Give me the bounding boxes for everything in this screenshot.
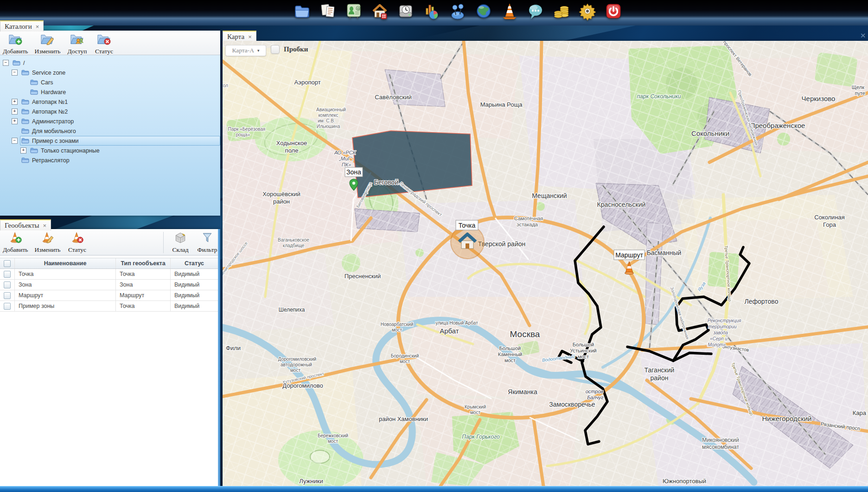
- globe-icon[interactable]: [474, 1, 493, 20]
- settings-gear-icon[interactable]: [578, 1, 597, 20]
- button-label: Фильтр: [197, 246, 217, 254]
- tab-map-label: Карта: [227, 33, 244, 41]
- address-book-icon[interactable]: @: [344, 1, 363, 20]
- tree-item[interactable]: +Автопарк №2: [0, 107, 220, 116]
- traffic-label: Пробки: [284, 45, 308, 53]
- tab-geoobjects[interactable]: Геообъекты ×: [0, 219, 51, 230]
- edit-catalog-button[interactable]: Изменить: [34, 32, 60, 55]
- documents-icon[interactable]: [318, 1, 337, 20]
- table-row[interactable]: ЗонаЗонаВидимый: [0, 280, 218, 290]
- expand-icon[interactable]: +: [12, 118, 18, 124]
- map-canvas[interactable]: АэропортСавёловскийМарьина Рощапарк Соко…: [223, 41, 868, 486]
- collapse-icon[interactable]: −: [12, 70, 18, 76]
- tab-map[interactable]: Карта ×: [223, 31, 256, 42]
- traffic-cone-icon[interactable]: [500, 1, 519, 20]
- tree-item[interactable]: Для мобильного: [0, 126, 220, 136]
- button-label: Изменить: [34, 246, 60, 254]
- edit-geoobject-button[interactable]: Изменить: [34, 231, 60, 254]
- map-label: Ходынское: [276, 140, 307, 147]
- cell-name: Маршрут: [15, 290, 116, 300]
- taskbar-icons: @: [292, 1, 623, 20]
- point-marker[interactable]: [451, 225, 484, 259]
- table-row[interactable]: Пример зоныТочкаВидимый: [0, 301, 218, 312]
- folder-icon: [21, 157, 29, 163]
- map-label: Черкизово: [802, 95, 836, 102]
- warehouse-button[interactable]: Склад: [170, 231, 191, 254]
- tree-item[interactable]: Cars: [0, 77, 220, 87]
- map-label: Якиманка: [508, 388, 537, 396]
- tree-item[interactable]: Hardware: [0, 87, 220, 97]
- tree-item[interactable]: +Автопарк №1: [0, 97, 220, 107]
- expand-icon[interactable]: +: [20, 147, 26, 153]
- power-icon[interactable]: [604, 1, 623, 20]
- map-label: роща»: [236, 132, 250, 137]
- map-label: район: [273, 198, 290, 205]
- column-header-type[interactable]: Тип геообъекта: [116, 258, 171, 268]
- row-checkbox[interactable]: [4, 281, 11, 288]
- map-label: район Хамовники: [379, 415, 428, 422]
- status-catalog-button[interactable]: Статус: [94, 32, 114, 55]
- desktop: { "taskbar": { "icons": [ {"name":"folde…: [0, 0, 868, 492]
- tree-item[interactable]: −Пример с зонами: [0, 136, 220, 146]
- add-catalog-button[interactable]: Добавить: [3, 32, 28, 55]
- expand-icon[interactable]: +: [12, 109, 18, 115]
- close-icon[interactable]: ×: [248, 34, 252, 40]
- cell-name: Точка: [15, 269, 116, 279]
- tree-item-label: /: [23, 60, 25, 66]
- map-pins-icon[interactable]: [448, 1, 467, 20]
- folder-icon[interactable]: [292, 1, 311, 20]
- collapse-icon[interactable]: −: [12, 138, 18, 144]
- select-all-checkbox[interactable]: [4, 260, 11, 267]
- expand-icon[interactable]: +: [12, 99, 18, 105]
- tab-catalogs[interactable]: Каталоги ×: [0, 20, 44, 32]
- collapse-icon[interactable]: −: [3, 60, 9, 66]
- chat-icon[interactable]: [526, 1, 545, 20]
- traffic-toggle[interactable]: Пробки: [271, 45, 308, 54]
- coins-icon[interactable]: [552, 1, 571, 20]
- map-layer-select[interactable]: Карта-А ▾: [225, 45, 266, 56]
- filter-button[interactable]: Фильтр: [197, 231, 217, 254]
- button-label: Доступ: [67, 48, 87, 55]
- row-checkbox[interactable]: [4, 292, 11, 299]
- map-label: Парк «Берёзовая: [228, 127, 265, 132]
- catalogs-toolbar: Добавить Изменить Доступ Статус: [0, 31, 220, 55]
- table-row[interactable]: ТочкаТочкаВидимый: [0, 269, 218, 280]
- tree-item[interactable]: Ретранслятор: [0, 155, 220, 165]
- map-label: Замоскворечье: [549, 401, 595, 408]
- tree-item[interactable]: −Service zone: [0, 68, 220, 77]
- table-row[interactable]: МаршрутМаршрутВидимый: [0, 290, 218, 301]
- map-label: Новоарбатский: [381, 322, 414, 327]
- folder-icon: [21, 99, 29, 105]
- status-geoobject-button[interactable]: Статус: [67, 231, 87, 254]
- map-label: Большой: [573, 342, 594, 347]
- home-icon[interactable]: [370, 1, 389, 20]
- column-header-status[interactable]: Статус: [171, 258, 218, 268]
- row-checkbox[interactable]: [4, 303, 11, 310]
- map-label: мост: [470, 410, 480, 415]
- folder-icon: [13, 60, 20, 66]
- route-marker-label[interactable]: Маршрут: [614, 250, 645, 260]
- map-label: парк Сокольники: [637, 93, 681, 100]
- close-icon[interactable]: ×: [36, 24, 39, 30]
- map-label: им. С.В.: [318, 118, 335, 123]
- row-checkbox[interactable]: [4, 271, 11, 278]
- add-geoobject-button[interactable]: Добавить: [3, 231, 28, 254]
- close-icon[interactable]: ×: [43, 223, 47, 229]
- map-label: Щелк: [852, 84, 864, 90]
- access-catalog-button[interactable]: Доступ: [67, 32, 87, 55]
- backup-drive-icon[interactable]: [396, 1, 415, 20]
- statistics-icon[interactable]: [422, 1, 441, 20]
- point-marker-label[interactable]: Точка: [456, 220, 478, 230]
- tree-item[interactable]: +Администратор: [0, 116, 220, 126]
- map-label: Авиационный: [316, 107, 346, 112]
- traffic-checkbox[interactable]: [271, 45, 280, 54]
- geoobjects-panel: Геообъекты × Добавить Изменить Статус Ск…: [0, 229, 220, 486]
- map-label: мост: [504, 358, 516, 363]
- tree-item[interactable]: +Только стационарные: [0, 146, 220, 155]
- folder-icon: [21, 138, 29, 144]
- tree-item[interactable]: −/: [0, 58, 220, 68]
- dock-close-icon[interactable]: ✕: [860, 32, 866, 40]
- map-label: Савёловский: [375, 94, 411, 101]
- column-header-name[interactable]: Наименование: [15, 258, 116, 268]
- zone-marker-label[interactable]: Зона: [345, 167, 363, 177]
